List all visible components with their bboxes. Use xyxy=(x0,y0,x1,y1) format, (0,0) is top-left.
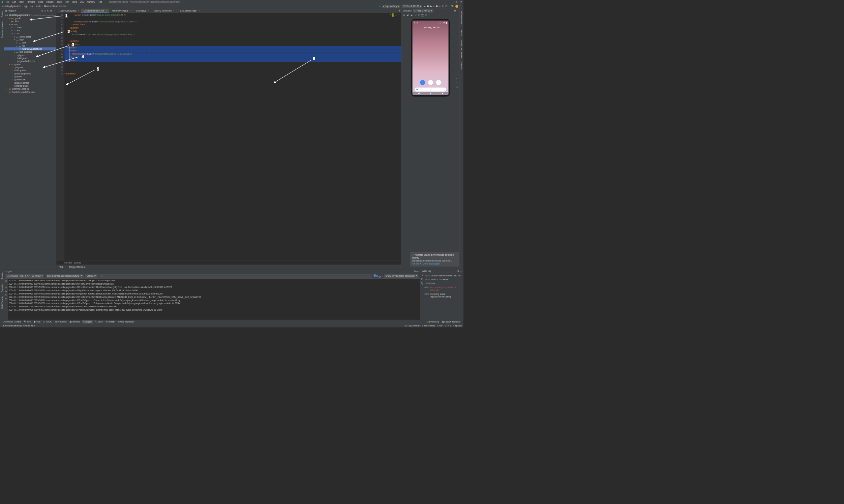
code-editor[interactable]: <action android:name="android.intent.act… xyxy=(64,13,401,261)
debug-button[interactable]: ⬢ xyxy=(427,5,429,7)
project-tree[interactable]: ▾▣assistingAgricultureD:\AndroidProjects… xyxy=(4,13,56,269)
actions-link[interactable]: Actions ▾ xyxy=(412,263,421,265)
menu-navigate[interactable]: Navigate xyxy=(25,0,37,4)
logcat-process-dropdown[interactable]: com.example.assistingagriculture ( ▾ xyxy=(46,274,84,278)
close-tab-icon[interactable]: × xyxy=(78,10,79,12)
breadcrumb-3[interactable]: main xyxy=(36,5,42,7)
tree-node-gradlew[interactable]: ▫gradlew xyxy=(4,75,56,78)
tool-Profiler[interactable]: ◔ Profiler xyxy=(104,320,116,323)
info-filter-icon[interactable]: ⓘ xyxy=(421,274,423,277)
more-icon[interactable]: ⋮ xyxy=(460,5,462,7)
gradle-tab[interactable]: Gradle xyxy=(460,28,463,37)
breadcrumb-0[interactable]: assistingAgriculture xyxy=(1,5,22,7)
next-highlight-icon[interactable]: ﹀ xyxy=(398,14,400,17)
hide-icon[interactable]: — xyxy=(53,10,55,12)
build-variants-tab[interactable]: Build Variants xyxy=(0,295,3,310)
menu-refactor[interactable]: Refactor xyxy=(45,0,56,4)
menu-help[interactable]: Help xyxy=(96,0,104,4)
tool-Problems[interactable]: ⊘ Problems xyxy=(54,320,68,323)
tree-node-build[interactable]: ▸▬build xyxy=(4,26,56,29)
breadcrumb-2[interactable]: src xyxy=(30,5,34,7)
rotate-left-icon[interactable]: ↺ xyxy=(415,14,416,16)
search-icon[interactable]: 🔍 xyxy=(451,5,454,7)
back-nav-icon[interactable]: ◀ xyxy=(418,92,419,94)
tree-node-.gitignore[interactable]: ▫.gitignore xyxy=(4,53,56,56)
close-tab-icon[interactable]: × xyxy=(105,9,107,12)
messages-app-icon[interactable] xyxy=(420,80,425,85)
logcat-device-dropdown[interactable]: ▢ Emulator Pixel_2_API_30 Androi ▾ xyxy=(5,274,44,278)
resource-manager-tab[interactable]: Resource Manager xyxy=(0,20,3,40)
user-avatar[interactable] xyxy=(455,5,458,8)
volume-down-icon[interactable]: 🔉 xyxy=(411,14,413,16)
minimize-icon[interactable]: — xyxy=(449,1,451,3)
project-view-selector[interactable]: ▤ Project ▾ xyxy=(5,10,16,12)
breadcrumb-1[interactable]: app xyxy=(23,5,28,7)
zoom-icon[interactable]: ⊡ xyxy=(425,14,427,16)
settings-icon[interactable]: ⚙ xyxy=(5,298,7,300)
menu-view[interactable]: View xyxy=(17,0,25,4)
tree-node-gradle[interactable]: ▸▬gradle xyxy=(4,62,56,66)
clear-events-icon[interactable]: 🗑 xyxy=(421,278,423,281)
tool-Run[interactable]: ▶ Run xyxy=(33,320,42,323)
play-store-icon[interactable] xyxy=(428,80,433,85)
tree-node-res[interactable]: ▸▬res xyxy=(4,44,56,47)
merged-manifest-tab[interactable]: Merged Manifest xyxy=(66,265,88,269)
tab-AndroidManifest.xml[interactable]: ▫AndroidManifest.xml× xyxy=(81,9,109,13)
tree-node-src[interactable]: ▾▬src xyxy=(4,32,56,35)
tab-LoginActivity.java[interactable]: ▫LoginActivity.java× xyxy=(56,9,81,13)
emulator-hide-icon[interactable]: — xyxy=(456,10,458,12)
text-tab[interactable]: Text xyxy=(56,265,66,269)
tree-node-External Libraries[interactable]: ▸⊞External Libraries xyxy=(4,87,56,90)
tool-Find[interactable]: 🔍 Find xyxy=(22,320,33,323)
regex-checkbox[interactable]: Regex xyxy=(374,274,383,277)
print-icon[interactable]: 🖶 xyxy=(5,290,7,293)
caret-position[interactable]: 42:15 (130 chars, 4 line breaks) xyxy=(404,324,435,327)
screenshot-icon[interactable]: 📷 xyxy=(421,14,424,16)
expand-all-icon[interactable]: ⇲ xyxy=(44,10,46,12)
dont-show-link[interactable]: Don't show again xyxy=(423,263,440,265)
project-tab[interactable]: Project xyxy=(0,10,3,19)
zoom-in-icon[interactable]: + xyxy=(455,77,459,80)
rotate-right-icon[interactable]: ↻ xyxy=(418,14,420,16)
menu-tools[interactable]: Tools xyxy=(71,0,79,4)
stop-button[interactable]: ■ xyxy=(439,5,441,7)
logcat-search-input[interactable]: Q- xyxy=(99,274,372,278)
tab-build.gradle (:app)[interactable]: ▫build.gradle (:app)× xyxy=(176,9,202,13)
zoom-out-icon[interactable]: ▢ xyxy=(455,85,459,88)
volume-up-icon[interactable]: 🔊 xyxy=(407,14,409,16)
sdk-button[interactable]: ↓ xyxy=(449,5,450,7)
tree-node-AndroidManifest.xml[interactable]: ▤AndroidManifest.xml xyxy=(4,47,56,50)
attach-debugger-icon[interactable]: ⬢ xyxy=(436,5,437,7)
eventlog-list[interactable]: 23:46Gradle build finished in 910 ms23:4… xyxy=(423,273,463,320)
scroll-end-icon[interactable]: ↓ xyxy=(5,283,6,286)
tab-Score.java[interactable]: ▫Score.java× xyxy=(133,9,151,13)
indent[interactable]: 4 spaces xyxy=(453,324,462,327)
back-icon[interactable]: ↖ xyxy=(378,5,380,7)
menu-run[interactable]: Run xyxy=(64,0,71,4)
tool-Layout Inspector[interactable]: ▣ Layout Inspector xyxy=(441,320,462,323)
chrome-icon[interactable] xyxy=(436,80,441,85)
restart-icon[interactable]: ↻ xyxy=(5,294,6,296)
clear-icon[interactable]: 🗑 xyxy=(5,280,7,282)
coverage-button[interactable]: ▶ xyxy=(430,5,432,7)
power-icon[interactable]: ⏻ xyxy=(403,14,405,16)
tab-activity_home.xml[interactable]: ▫activity_home.xml× xyxy=(151,9,176,13)
emulator-tab[interactable]: Emulator xyxy=(460,60,463,71)
tab-MainActivity.java[interactable]: ▫MainActivity.java× xyxy=(109,9,133,13)
tree-node-gradlew.bat[interactable]: ▫gradlew.bat xyxy=(4,78,56,81)
tool-App Inspection[interactable]: ⊞ App Inspection xyxy=(116,320,136,323)
maximize-icon[interactable]: ▢ xyxy=(455,1,457,3)
tree-node-.idea[interactable]: ▬.idea xyxy=(4,19,56,22)
recents-nav-icon[interactable]: ■ xyxy=(442,92,443,94)
run-config-dropdown[interactable]: ▸LoginActivity ▾ xyxy=(382,5,400,8)
run-button[interactable]: ▶ xyxy=(424,5,426,8)
structure-tab[interactable]: Structure xyxy=(0,270,3,281)
avd-button[interactable]: ▢ xyxy=(445,5,447,7)
tree-node-libs[interactable]: ▸▬libs xyxy=(4,29,56,32)
menu-file[interactable]: File xyxy=(5,0,11,4)
google-search-bar[interactable]: G xyxy=(415,88,446,92)
device-dropdown[interactable]: ▢ Pixel 2 API 30 ▾ xyxy=(402,5,422,8)
tree-node-main[interactable]: ▾▬main xyxy=(4,38,56,41)
tree-node-build.gradle[interactable]: ▫build.gradle xyxy=(4,56,56,59)
menu-vcs[interactable]: VCS xyxy=(79,0,86,4)
